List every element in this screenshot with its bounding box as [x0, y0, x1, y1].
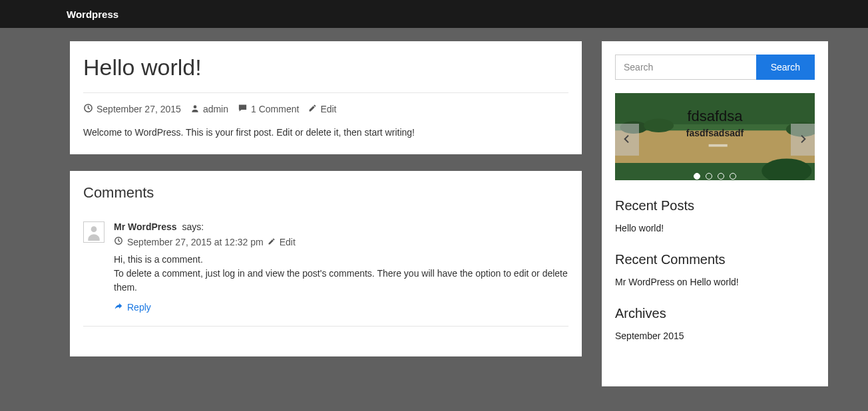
- archives-section: Archives September 2015: [615, 306, 815, 341]
- chevron-right-icon: [797, 131, 808, 149]
- chevron-left-icon: [622, 131, 632, 149]
- slider-title: fdsafdsa: [615, 108, 815, 125]
- archive-link[interactable]: September 2015: [615, 331, 815, 341]
- reply-text: Reply: [127, 302, 151, 313]
- comment-says: says:: [182, 221, 204, 232]
- clock-icon: [83, 103, 93, 115]
- slider-dot[interactable]: [718, 173, 724, 180]
- comment-text: Hi, this is a comment. To delete a comme…: [114, 253, 568, 295]
- post-body: Welcome to WordPress. This is your first…: [83, 127, 568, 138]
- slider-text: fdsafdsa fasdfsadsadf: [615, 108, 815, 138]
- post-meta: September 27, 2015 admin 1 Comment: [83, 103, 568, 115]
- comment-author-line: Mr WordPress says:: [114, 221, 568, 232]
- recent-posts-section: Recent Posts Hello world!: [615, 198, 815, 233]
- recent-comments-title: Recent Comments: [615, 252, 815, 267]
- avatar: [83, 221, 105, 243]
- comment-time[interactable]: September 27, 2015 at 12:32 pm: [127, 237, 264, 247]
- reply-icon: [114, 301, 123, 313]
- slider-prev[interactable]: [615, 124, 639, 156]
- comment-meta: September 27, 2015 at 12:32 pm Edit: [114, 236, 568, 247]
- comment-author[interactable]: Mr WordPress: [114, 221, 177, 232]
- svg-rect-12: [709, 144, 728, 147]
- sidebar: Search fdsafdsa fasdfsadsadf: [602, 41, 828, 386]
- slider-next[interactable]: [791, 124, 815, 156]
- svg-point-2: [91, 226, 97, 232]
- page-container: Hello world! September 27, 2015 admin: [0, 28, 868, 386]
- pencil-icon: [308, 104, 317, 114]
- post-edit-text[interactable]: Edit: [320, 104, 336, 114]
- slider-subtitle: fasdfsadsadf: [615, 128, 815, 138]
- comments-card: Comments Mr WordPress says: September 27…: [70, 171, 582, 356]
- post-edit: Edit: [308, 104, 336, 114]
- search-input[interactable]: [615, 55, 756, 80]
- post-title[interactable]: Hello world!: [83, 55, 568, 93]
- slider-dot[interactable]: [730, 173, 736, 180]
- comment-icon: [238, 103, 248, 115]
- post-author: admin: [190, 104, 228, 115]
- recent-comment-link[interactable]: Mr WordPress on Hello world!: [615, 277, 815, 287]
- main-column: Hello world! September 27, 2015 admin: [70, 41, 582, 356]
- post-card: Hello world! September 27, 2015 admin: [70, 41, 582, 154]
- slider-dot[interactable]: [694, 173, 700, 180]
- recent-comments-section: Recent Comments Mr WordPress on Hello wo…: [615, 252, 815, 287]
- post-date: September 27, 2015: [83, 103, 181, 115]
- comment-line1: Hi, this is a comment.: [114, 254, 203, 265]
- comment-edit[interactable]: Edit: [280, 237, 296, 247]
- search-button[interactable]: Search: [756, 55, 815, 80]
- comment-item: Mr WordPress says: September 27, 2015 at…: [83, 221, 568, 327]
- comment-body: Mr WordPress says: September 27, 2015 at…: [114, 221, 568, 313]
- comment-line2: To delete a comment, just log in and vie…: [114, 268, 568, 293]
- post-author-text[interactable]: admin: [203, 104, 228, 114]
- search-form: Search: [615, 55, 815, 80]
- svg-point-1: [194, 105, 197, 108]
- topbar: Wordpress: [0, 0, 868, 28]
- slider-dots: [615, 173, 815, 180]
- site-title[interactable]: Wordpress: [67, 9, 118, 20]
- clock-icon: [114, 236, 123, 247]
- user-icon: [190, 104, 200, 115]
- slider: fdsafdsa fasdfsadsadf: [615, 93, 815, 186]
- archives-title: Archives: [615, 306, 815, 321]
- recent-post-link[interactable]: Hello world!: [615, 223, 815, 233]
- recent-posts-title: Recent Posts: [615, 198, 815, 213]
- post-date-text[interactable]: September 27, 2015: [97, 104, 181, 114]
- pencil-icon: [268, 237, 276, 247]
- comments-heading: Comments: [83, 184, 568, 202]
- post-comments-text[interactable]: 1 Comment: [251, 104, 299, 114]
- post-comments: 1 Comment: [238, 103, 299, 115]
- slider-dot[interactable]: [706, 173, 712, 180]
- reply-link[interactable]: Reply: [114, 301, 151, 313]
